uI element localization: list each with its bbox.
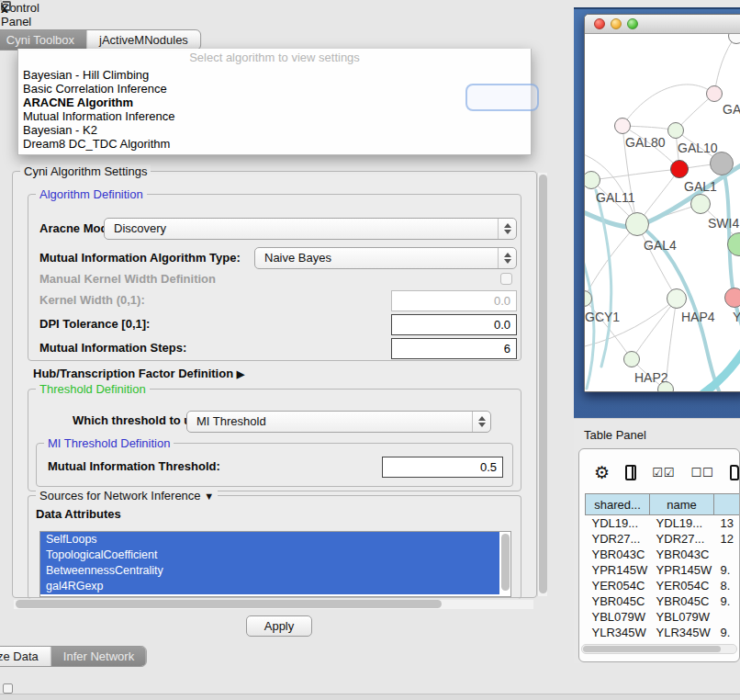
table-cell[interactable]: 12 — [713, 531, 740, 547]
restore-panel-icon[interactable] — [3, 683, 13, 694]
table-cell[interactable]: YDL19... — [650, 515, 714, 531]
algorithm-option[interactable]: Bayesian - Hill Climbing — [18, 68, 531, 82]
attribute-item[interactable]: BetweennessCentrality — [40, 563, 499, 579]
mi-threshold-field[interactable]: 0.5 — [382, 457, 503, 478]
close-icon[interactable]: x — [1, 1, 8, 16]
settings-horizontal-scrollbar[interactable] — [14, 600, 533, 609]
table-cell[interactable]: YBR043C — [650, 547, 714, 562]
algorithm-option[interactable]: Mutual Information Inference — [18, 109, 531, 123]
table-cell[interactable]: 9. — [713, 625, 740, 640]
table-cell[interactable] — [713, 547, 740, 562]
table-row[interactable]: YBL079WYBL079W — [586, 609, 740, 625]
node-label: Y — [733, 310, 740, 324]
node-gal80[interactable] — [614, 118, 631, 134]
mi-type-combo[interactable]: Naive Bayes — [254, 247, 517, 269]
table-row[interactable]: YPR145WYPR145W9. — [586, 562, 740, 578]
node-table: shared...name YDL19...YDL19...13YDR27...… — [585, 493, 740, 643]
apply-button[interactable]: Apply — [246, 615, 312, 637]
node-swi4[interactable] — [690, 194, 711, 214]
table-cell[interactable]: 13 — [713, 515, 740, 531]
table-cell[interactable]: YPR145W — [586, 562, 650, 578]
table-row[interactable]: YER054CYER054C8. — [586, 578, 740, 593]
kernel-width-field[interactable]: 0.0 — [391, 290, 517, 311]
table-horizontal-scrollbar[interactable] — [581, 644, 737, 654]
deselect-all-icon[interactable]: ☐☐ — [690, 466, 713, 480]
tab-discretize-data[interactable]: Discretize Data — [0, 647, 51, 666]
expand-right-icon[interactable]: ▶ — [237, 368, 244, 379]
dpi-tolerance-field[interactable]: 0.0 — [391, 314, 517, 335]
manual-kernel-label: Manual Kernel Width Definition — [39, 268, 216, 290]
network-window-titlebar[interactable] — [585, 15, 740, 34]
node-hap2[interactable] — [623, 351, 640, 367]
algorithm-option[interactable]: Bayesian - K2 — [18, 123, 531, 137]
table-panel: Table Panel ⚙ ☑☑ ☐☐ shared...name YDL19.… — [574, 418, 740, 663]
table-cell[interactable]: YLR345W — [586, 625, 650, 640]
table-cell[interactable] — [713, 609, 740, 625]
table-cell[interactable]: YBL079W — [650, 609, 714, 625]
table-cell[interactable]: YBL079W — [586, 609, 650, 625]
node-gal[interactable] — [706, 85, 723, 102]
node-gal1[interactable] — [670, 160, 689, 178]
zoom-window-icon[interactable] — [627, 18, 638, 29]
table-cell[interactable]: YDL19... — [586, 515, 650, 531]
tab-cyni-toolbox[interactable]: Cyni Toolbox — [0, 30, 87, 50]
table-cell[interactable]: YIL052C — [586, 640, 650, 644]
table-cell[interactable]: 9 — [713, 640, 740, 644]
table-row[interactable]: YBR043CYBR043C — [586, 547, 740, 562]
new-table-icon[interactable] — [730, 465, 739, 480]
table-row[interactable]: YDR27...YDR27...12 — [586, 531, 740, 547]
gear-icon[interactable]: ⚙ — [594, 464, 610, 481]
table-cell[interactable]: YDR27... — [650, 531, 714, 547]
table-row[interactable]: YIL052CYIL052C9 — [586, 640, 740, 644]
manual-kernel-checkbox[interactable] — [500, 273, 512, 285]
close-window-icon[interactable] — [594, 18, 605, 29]
table-cell[interactable]: YIL052C — [650, 640, 714, 644]
tab-jactivemnodules[interactable]: jActiveMNodules — [87, 30, 200, 50]
table-cell[interactable]: YBR045C — [586, 593, 650, 609]
attribute-item[interactable]: gal4RGexp — [40, 579, 499, 594]
aracne-mode-combo[interactable]: Discovery — [104, 218, 517, 240]
columns-icon[interactable] — [625, 465, 636, 480]
select-all-icon[interactable]: ☑☑ — [652, 466, 675, 480]
table-row[interactable]: YBR045CYBR045C9. — [586, 593, 740, 609]
node-label: GCY1 — [585, 310, 620, 324]
table-cell[interactable]: 9. — [713, 593, 740, 609]
algorithm-option[interactable]: Dream8 DC_TDC Algorithm — [18, 137, 531, 151]
node-gal10[interactable] — [667, 122, 684, 139]
table-cell[interactable]: YBR043C — [586, 547, 650, 562]
column-header[interactable]: shared... — [586, 494, 650, 515]
table-cell[interactable]: YLR345W — [650, 625, 714, 640]
table-cell[interactable]: 9. — [713, 562, 740, 578]
hub-definition-expander[interactable]: Hub/Transcription Factor Definition ▶ — [33, 367, 244, 380]
table-cell[interactable]: YBR045C — [650, 593, 714, 609]
mi-threshold-title: MI Threshold Definition — [44, 436, 174, 450]
minimize-window-icon[interactable] — [611, 18, 622, 29]
column-header[interactable]: name — [650, 494, 714, 515]
table-cell[interactable]: YPR145W — [650, 562, 714, 578]
data-attributes-list[interactable]: SelfLoopsTopologicalCoefficientBetweenne… — [39, 531, 511, 597]
node-hap4[interactable] — [667, 288, 687, 309]
table-cell[interactable]: YDR27... — [586, 531, 650, 547]
node[interactable] — [657, 381, 674, 391]
column-header[interactable] — [713, 494, 740, 515]
algorithm-option[interactable]: ARACNE Algorithm — [18, 96, 531, 109]
attribute-item[interactable]: SelfLoops — [40, 532, 499, 548]
algorithm-option[interactable]: Basic Correlation Inference — [18, 82, 531, 96]
mi-steps-field[interactable]: 6 — [391, 338, 517, 359]
collapse-down-icon[interactable]: ▼ — [204, 491, 214, 502]
table-row[interactable]: YLR345WYLR345W9. — [586, 625, 740, 640]
tab-infer-network[interactable]: Infer Network — [51, 647, 146, 666]
network-canvas[interactable]: GALGAL80GAL10GAL1GAL11SWI4GAL4GCY1HAP4YH… — [585, 34, 740, 391]
table-row[interactable]: YDL19...YDL19...13 — [586, 515, 740, 531]
node-gal4[interactable] — [625, 212, 649, 236]
node-y[interactable] — [724, 288, 740, 308]
algorithm-definition-title: Algorithm Definition — [36, 187, 147, 201]
table-cell[interactable]: 8. — [713, 578, 740, 593]
table-cell[interactable]: YER054C — [650, 578, 714, 593]
which-threshold-combo[interactable]: MI Threshold — [186, 411, 491, 433]
table-cell[interactable]: YER054C — [586, 578, 650, 593]
attribute-item[interactable]: TopologicalCoefficient — [40, 548, 499, 563]
node[interactable] — [710, 152, 734, 175]
settings-vertical-scrollbar[interactable] — [537, 173, 547, 596]
list-scrollbar[interactable] — [501, 534, 510, 591]
